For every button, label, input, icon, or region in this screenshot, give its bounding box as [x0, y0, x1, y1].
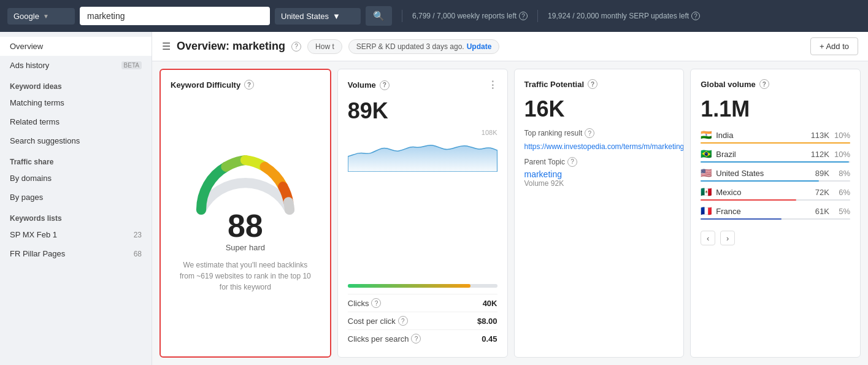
- clicks-value: 40K: [483, 299, 497, 308]
- country-pct: 8%: [833, 169, 850, 178]
- kd-card-title: Keyword Difficulty ?: [171, 80, 320, 90]
- topbar: Google ▼ United States ▼ 🔍 6,799 / 7,000…: [0, 0, 868, 32]
- country-selector[interactable]: United States ▼: [275, 8, 361, 25]
- sidebar-item-by-domains[interactable]: By domains: [0, 169, 152, 188]
- country-bar-wrap: [701, 199, 850, 201]
- sidebar-item-related-terms[interactable]: Related terms: [0, 112, 152, 131]
- chevron-down-icon: ▼: [43, 13, 49, 20]
- country-bar-wrap: [701, 142, 850, 144]
- volume-card-title: Volume ? ⋮: [348, 79, 497, 91]
- country-bar-fill: [701, 161, 848, 163]
- gauge-score: 88: [228, 210, 263, 242]
- country-list: 🇮🇳 India 113K 10% 🇧🇷 Brazil 112K 10% 🇺🇸: [701, 129, 850, 225]
- search-input[interactable]: [80, 7, 270, 25]
- top-ranking-help-icon[interactable]: ?: [585, 128, 594, 138]
- volume-bar-bg: [348, 284, 497, 288]
- parent-topic-link[interactable]: marketing: [524, 169, 674, 179]
- country-bar-fill: [701, 218, 782, 220]
- search-engine-selector[interactable]: Google ▼: [7, 8, 75, 25]
- volume-help-icon[interactable]: ?: [380, 80, 390, 90]
- sidebar-item-ads-history[interactable]: Ads history BETA: [0, 56, 152, 75]
- menu-icon[interactable]: ☰: [162, 40, 171, 52]
- global-volume-value: 1.1M: [701, 96, 850, 122]
- country-pct: 10%: [833, 131, 850, 140]
- cpc-help-icon[interactable]: ?: [398, 316, 408, 326]
- sidebar-item-matching-terms[interactable]: Matching terms: [0, 93, 152, 112]
- country-bar-wrap: [701, 180, 850, 182]
- volume-value: 89K: [348, 98, 497, 124]
- parent-topic-label: Parent Topic ?: [524, 157, 674, 167]
- country-name: France: [716, 207, 804, 216]
- country-bar-wrap: [701, 161, 850, 163]
- country-volume: 112K: [807, 150, 829, 159]
- ranking-url-link[interactable]: https://www.investopedia.com/terms/m/mar…: [524, 142, 674, 152]
- volume-metrics: Clicks ? 40K Cost per click ? $8.00: [348, 294, 497, 347]
- traffic-share-section-title: Traffic share: [0, 150, 152, 169]
- divider: [402, 10, 402, 22]
- global-volume-help-icon[interactable]: ?: [759, 79, 769, 89]
- country-row: 🇮🇳 India 113K 10%: [701, 129, 850, 144]
- cps-value: 0.45: [482, 334, 497, 344]
- sidebar-item-list-2[interactable]: FR Pillar Pages 68: [0, 244, 152, 263]
- cps-help-icon[interactable]: ?: [411, 334, 421, 344]
- page-title-help-icon[interactable]: ?: [291, 42, 301, 52]
- page-title: Overview: marketing: [177, 40, 285, 53]
- prev-arrow-button[interactable]: ‹: [701, 231, 715, 245]
- keyword-difficulty-card: Keyword Difficulty ?: [159, 69, 331, 358]
- next-arrow-button[interactable]: ›: [720, 231, 735, 245]
- volume-more-icon[interactable]: ⋮: [488, 79, 497, 91]
- traffic-potential-card: Traffic Potential ? 16K Top ranking resu…: [514, 69, 685, 358]
- kd-help-icon[interactable]: ?: [244, 80, 254, 90]
- country-bar-fill: [701, 142, 850, 144]
- gauge-label: Super hard: [226, 243, 265, 252]
- country-row: 🇲🇽 Mexico 72K 6%: [701, 186, 850, 201]
- country-pct: 10%: [833, 150, 850, 159]
- update-link[interactable]: Update: [467, 42, 492, 51]
- country-flag: 🇺🇸: [701, 167, 712, 179]
- traffic-help-icon[interactable]: ?: [588, 79, 597, 89]
- serp-status-badge: How t: [307, 39, 342, 54]
- parent-topic-help-icon[interactable]: ?: [567, 157, 577, 167]
- sidebar-item-overview[interactable]: Overview: [0, 37, 152, 56]
- traffic-value: 16K: [524, 96, 674, 122]
- country-bar-wrap: [701, 218, 850, 220]
- search-engine-label: Google: [13, 12, 39, 21]
- top-ranking-label: Top ranking result ?: [524, 128, 674, 138]
- search-button[interactable]: 🔍: [366, 6, 392, 26]
- weekly-reports-help-icon[interactable]: ?: [519, 12, 528, 20]
- content-area: ☰ Overview: marketing ? How t SERP & KD …: [152, 32, 868, 365]
- sidebar-item-by-pages[interactable]: By pages: [0, 188, 152, 207]
- global-volume-card: Global volume ? 1.1M 🇮🇳 India 113K 10% 🇧…: [690, 69, 861, 358]
- sidebar-item-search-suggestions[interactable]: Search suggestions: [0, 131, 152, 150]
- volume-mini-chart: [348, 129, 497, 172]
- keywords-lists-section-title: Keywords lists: [0, 207, 152, 225]
- country-pct: 6%: [833, 188, 850, 197]
- volume-chart-area: 108K: [348, 129, 497, 279]
- chevron-down-icon: ▼: [332, 12, 340, 21]
- country-label: United States: [281, 12, 329, 21]
- country-flag: 🇲🇽: [701, 186, 712, 198]
- country-row: 🇺🇸 United States 89K 8%: [701, 167, 850, 182]
- ads-history-beta-badge: BETA: [121, 61, 142, 69]
- weekly-reports-stat: 6,799 / 7,000 weekly reports left ?: [412, 12, 528, 20]
- monthly-serp-stat: 19,924 / 20,000 monthly SERP updates lef…: [548, 12, 700, 20]
- country-volume: 72K: [807, 188, 829, 197]
- divider: [537, 10, 538, 22]
- gauge-container: 88 Super hard We estimate that you'll ne…: [171, 94, 320, 347]
- clicks-row: Clicks ? 40K: [348, 294, 497, 312]
- country-volume: 61K: [807, 207, 829, 216]
- search-icon: 🔍: [373, 10, 385, 21]
- country-flag: 🇧🇷: [701, 148, 712, 159]
- clicks-help-icon[interactable]: ?: [371, 298, 381, 308]
- sidebar-item-list-1[interactable]: SP MX Feb 1 23: [0, 225, 152, 244]
- add-to-button[interactable]: + Add to: [810, 37, 858, 55]
- main-layout: Overview Ads history BETA Keyword ideas …: [0, 32, 868, 365]
- country-name: Mexico: [716, 188, 804, 197]
- country-name: India: [716, 131, 804, 140]
- gauge-chart: [190, 148, 301, 216]
- monthly-serp-help-icon[interactable]: ?: [691, 12, 700, 20]
- country-bar-fill: [701, 180, 819, 182]
- cpc-row: Cost per click ? $8.00: [348, 312, 497, 329]
- country-volume: 113K: [807, 131, 829, 140]
- chart-max-label: 108K: [482, 129, 497, 136]
